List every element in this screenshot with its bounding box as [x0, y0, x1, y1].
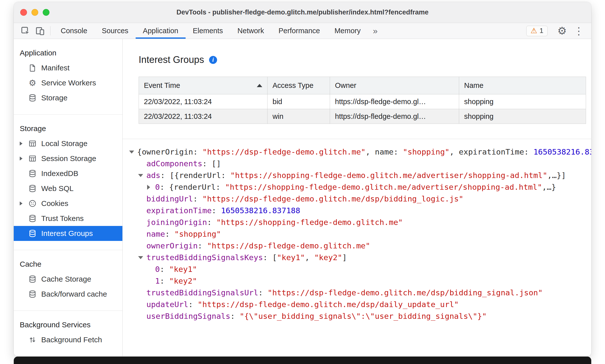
- section-title: Storage: [14, 121, 122, 136]
- up-down-arrows-icon: [28, 335, 37, 345]
- tree-row-updateurl[interactable]: updateUrl: "https://dsp-fledge-demo.glit…: [123, 299, 591, 310]
- expand-arrow-icon[interactable]: [147, 185, 150, 190]
- tab-network[interactable]: Network: [230, 23, 271, 39]
- sidebar-item-service-workers[interactable]: ⚙ Service Workers: [14, 75, 122, 90]
- tree-row-adcomponents[interactable]: adComponents: []: [123, 158, 591, 170]
- tree-row-joiningorigin[interactable]: joiningOrigin: "https://shopping-fledge-…: [123, 216, 591, 228]
- sidebar-item-local-storage[interactable]: Local Storage: [14, 136, 122, 151]
- sidebar-section-background-services: Background Services Background Fetch: [14, 311, 122, 356]
- sidebar-section-application: Application Manifest ⚙ Service Workers: [14, 39, 122, 114]
- sidebar-item-cookies[interactable]: Cookies: [14, 196, 122, 211]
- sidebar-item-web-sql[interactable]: Web SQL: [14, 181, 122, 196]
- tab-sources[interactable]: Sources: [94, 23, 135, 39]
- inspect-element-button[interactable]: [18, 23, 33, 39]
- interest-groups-table: Event Time Access Type Owner Name 22/03/…: [139, 77, 586, 124]
- column-label: Owner: [335, 81, 356, 89]
- panel-title: Interest Groups i: [139, 54, 586, 65]
- inspect-cursor-icon: [20, 26, 30, 36]
- devtools-window: DevTools - publisher-fledge-demo.glitch.…: [14, 2, 591, 357]
- column-header-owner[interactable]: Owner: [330, 77, 459, 94]
- three-dots-icon: ⋮: [574, 25, 584, 36]
- expander-slot: [20, 142, 27, 146]
- tree-row-biddingurl[interactable]: biddingUrl: "https://dsp-fledge-demo.gli…: [123, 193, 591, 205]
- collapse-arrow-icon[interactable]: [138, 256, 143, 259]
- collapse-arrow-icon[interactable]: [138, 174, 143, 177]
- expand-arrow-icon[interactable]: [20, 157, 22, 161]
- column-header-access-type[interactable]: Access Type: [268, 77, 330, 94]
- panel-title-text: Interest Groups: [139, 54, 204, 65]
- sidebar-item-storage[interactable]: Storage: [14, 90, 122, 105]
- tree-row-expirationtime[interactable]: expirationTime: 1650538216.837188: [123, 205, 591, 216]
- toolbar-right: ⚠ 1 ⚙ ⋮: [520, 23, 591, 39]
- zoom-window-button[interactable]: [43, 9, 49, 16]
- cell-owner: https://dsp-fledge-demo.gl…: [330, 94, 459, 109]
- sidebar-item-background-fetch[interactable]: Background Fetch: [14, 332, 122, 347]
- sidebar-item-label: Storage: [41, 94, 67, 102]
- sidebar-item-label: Session Storage: [41, 154, 96, 163]
- tab-elements[interactable]: Elements: [186, 23, 230, 39]
- tree-row-key-1[interactable]: 1: "key2": [123, 275, 591, 287]
- minimize-window-button[interactable]: [31, 9, 38, 16]
- traffic-lights: [20, 2, 49, 23]
- sidebar-item-label: Service Workers: [41, 79, 96, 87]
- device-toolbar-button[interactable]: [33, 23, 47, 39]
- device-toolbar-icon: [35, 26, 45, 36]
- interest-groups-panel: Interest Groups i Event Time: [123, 39, 591, 356]
- devtools-content: Application Manifest ⚙ Service Workers: [14, 39, 591, 356]
- column-label: Access Type: [273, 81, 313, 89]
- expand-arrow-icon[interactable]: [20, 142, 22, 146]
- sidebar-item-label: Background Fetch: [41, 336, 102, 344]
- table-icon: [28, 139, 37, 148]
- window-title: DevTools - publisher-fledge-demo.glitch.…: [176, 8, 428, 16]
- tree-row-ads-0[interactable]: 0: {renderUrl: "https://shopping-fledge-…: [123, 181, 591, 193]
- tab-console[interactable]: Console: [53, 23, 94, 39]
- settings-button[interactable]: ⚙: [554, 26, 570, 36]
- section-title: Background Services: [14, 317, 122, 332]
- tree-row-key-0[interactable]: 0: "key1": [123, 263, 591, 275]
- sidebar-item-indexeddb[interactable]: IndexedDB: [14, 166, 122, 181]
- sidebar-item-label: Local Storage: [41, 139, 87, 148]
- sidebar-item-label: IndexedDB: [41, 169, 78, 178]
- sidebar-item-trust-tokens[interactable]: Trust Tokens: [14, 211, 122, 226]
- sidebar-item-back-forward-cache[interactable]: Back/forward cache: [14, 287, 122, 302]
- collapse-arrow-icon[interactable]: [129, 151, 134, 154]
- info-icon[interactable]: i: [209, 56, 217, 64]
- expander-slot: [20, 201, 27, 205]
- close-window-button[interactable]: [20, 9, 27, 16]
- database-icon: [28, 93, 37, 103]
- tree-row-ownerorigin[interactable]: ownerOrigin: "https://dsp-fledge-demo.gl…: [123, 240, 591, 252]
- tab-performance[interactable]: Performance: [271, 23, 327, 39]
- more-options-button[interactable]: ⋮: [570, 26, 587, 36]
- expand-arrow-icon[interactable]: [20, 201, 22, 205]
- cell-name: shopping: [459, 109, 586, 124]
- tree-row-ads[interactable]: ads: [{renderUrl: "https://shopping-fled…: [123, 170, 591, 181]
- sidebar-item-cache-storage[interactable]: Cache Storage: [14, 272, 122, 287]
- cell-event-time: 22/03/2022, 11:03:24: [139, 109, 268, 124]
- sidebar-item-label: Cache Storage: [41, 275, 91, 283]
- column-header-name[interactable]: Name: [459, 77, 586, 94]
- sidebar-item-label: Web SQL: [41, 184, 74, 193]
- column-header-event-time[interactable]: Event Time: [139, 77, 268, 94]
- cell-event-time: 22/03/2022, 11:03:24: [139, 94, 268, 109]
- table-row-win[interactable]: 22/03/2022, 11:03:24 win https://dsp-fle…: [139, 109, 586, 124]
- column-label: Name: [464, 81, 483, 89]
- sidebar-item-session-storage[interactable]: Session Storage: [14, 151, 122, 166]
- sidebar-item-label: Cookies: [41, 199, 68, 208]
- warning-icon: ⚠: [531, 27, 537, 34]
- table-row-bid[interactable]: 22/03/2022, 11:03:24 bid https://dsp-fle…: [139, 94, 586, 109]
- issues-counter-button[interactable]: ⚠ 1: [526, 26, 548, 36]
- tree-row-name[interactable]: name: "shopping": [123, 228, 591, 240]
- interest-group-details-tree: {ownerOrigin: "https://dsp-fledge-demo.g…: [123, 146, 591, 322]
- tree-row-trustedbiddingsignalsurl[interactable]: trustedBiddingSignalsUrl: "https://dsp-f…: [123, 287, 591, 299]
- tab-memory[interactable]: Memory: [327, 23, 368, 39]
- tree-row-userbiddingsignals[interactable]: userBiddingSignals: "{\"user_bidding_sig…: [123, 310, 591, 322]
- sidebar-item-interest-groups[interactable]: Interest Groups: [14, 226, 122, 241]
- tab-application[interactable]: Application: [136, 23, 186, 39]
- panel-tabs: Console Sources Application Elements Net…: [53, 23, 520, 39]
- tree-row-root[interactable]: {ownerOrigin: "https://dsp-fledge-demo.g…: [123, 146, 591, 158]
- tree-row-trustedbiddingsignalskeys[interactable]: trustedBiddingSignalsKeys: ["key1", "key…: [123, 252, 591, 263]
- database-icon: [28, 289, 37, 299]
- more-tabs-button[interactable]: »: [368, 23, 383, 39]
- table-icon: [28, 154, 37, 163]
- sidebar-item-manifest[interactable]: Manifest: [14, 60, 122, 75]
